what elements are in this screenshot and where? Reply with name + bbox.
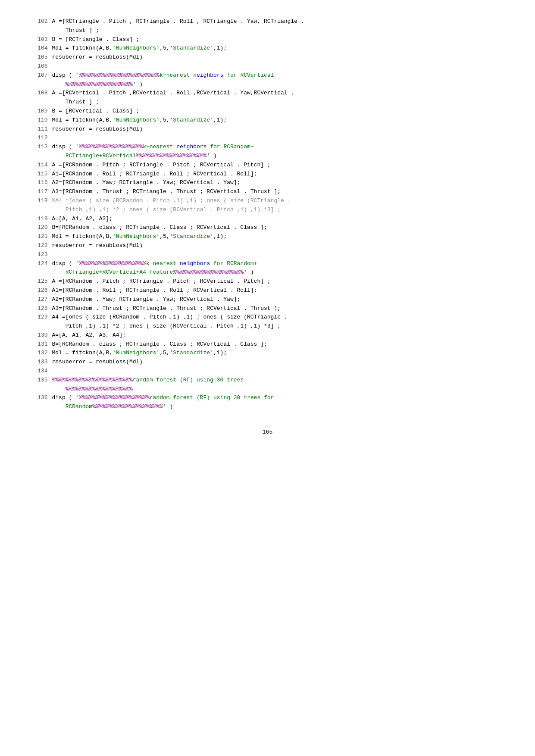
line-content-118: %A4 =[ones ( size (RCRandom . Pitch ,1) … [52,197,505,206]
line-content-116: A2=[RCRandom . Yaw; RCTriangle . Yaw; RC… [52,178,505,187]
code-container: 102 A =[RCTriangle . Pitch , RCTriangle … [31,17,505,412]
code-line-131: 131 B=[RCRandom . class ; RCTriangle . C… [31,340,505,349]
code-line-130: 130 A=[A, A1, A2, A3, A4]; [31,331,505,340]
line-content-107b: %%%%%%%%%%%%%%%%%%%%' ) [52,80,505,89]
code-line-129b: Pitch ,1) ,1) *2 ; ones ( size (RCVertic… [31,322,505,331]
code-line-102: 102 A =[RCTriangle . Pitch , RCTriangle … [31,17,505,26]
line-num-113b [31,152,48,161]
line-num-124: 124 [31,259,48,269]
line-content-108: A =[RCVertical . Pitch ,RCVertical . Rol… [52,89,505,98]
code-line-129: 129 A4 =[ones ( size (RCRandom . Pitch ,… [31,313,505,322]
line-content-102b: Thrust ] ; [52,26,505,35]
code-line-104: 104 Mdl = fitcknn(A,B,'NumNeighbors',5,'… [31,44,505,53]
code-line-111: 111 resuberror = resubLoss(Mdl) [31,125,505,134]
line-num-102: 102 [31,17,48,26]
line-content-106 [52,62,505,71]
line-num-127: 127 [31,295,48,304]
code-line-107: 107 disp ( '%%%%%%%%%%%%%%%%%%%%%%%%k−ne… [31,71,505,80]
line-content-134 [52,367,505,376]
line-content-124b: RCTriangle+RCVertical+A4 feature%%%%%%%%… [52,268,505,277]
line-content-103: B = [RCTriangle . Class] ; [52,35,505,44]
line-content-135b: %%%%%%%%%%%%%%%%%%%% [52,385,505,394]
line-content-112 [52,134,505,143]
code-line-108: 108 A =[RCVertical . Pitch ,RCVertical .… [31,89,505,98]
line-num-107: 107 [31,71,48,80]
line-content-111: resuberror = resubLoss(Mdl) [52,125,505,134]
code-line-133: 133 resuberror = resubLoss(Mdl) [31,358,505,367]
line-num-116: 116 [31,178,48,187]
line-content-113: disp ( '%%%%%%%%%%%%%%%%%%%k−nearest nei… [52,143,505,152]
line-num-113: 113 [31,143,48,152]
line-content-136: disp ( '%%%%%%%%%%%%%%%%%%%%%random fore… [52,394,505,403]
line-content-104: Mdl = fitcknn(A,B,'NumNeighbors',5,'Stan… [52,44,505,53]
line-num-121: 121 [31,232,48,241]
line-num-110: 110 [31,116,48,125]
code-line-105: 105 resuberror = resubLoss(Mdl) [31,53,505,62]
line-content-108b: Thrust ] ; [52,98,505,107]
code-line-118: 118 %A4 =[ones ( size (RCRandom . Pitch … [31,197,505,206]
line-num-130: 130 [31,331,48,340]
line-content-113b: RCTriangle+RCVertical%%%%%%%%%%%%%%%%%%%… [52,152,505,161]
line-num-118b [31,206,48,215]
line-content-120: B=[RCRandom . class ; RCTriangle . Class… [52,223,505,232]
code-line-118b: Pitch ,1) ,1) *2 ; ones ( size (RCVertic… [31,206,505,215]
line-num-124b [31,268,48,277]
line-num-104: 104 [31,44,48,53]
code-line-124: 124 disp ( '%%%%%%%%%%%%%%%%%%%%k−neares… [31,259,505,269]
code-line-107b: %%%%%%%%%%%%%%%%%%%%' ) [31,80,505,89]
line-num-136: 136 [31,394,48,403]
code-line-120: 120 B=[RCRandom . class ; RCTriangle . C… [31,223,505,232]
line-content-109: B = [RCVertical . Class] ; [52,107,505,116]
code-line-113: 113 disp ( '%%%%%%%%%%%%%%%%%%%k−nearest… [31,143,505,152]
code-line-135b: %%%%%%%%%%%%%%%%%%%% [31,385,505,394]
line-num-136b [31,403,48,412]
line-content-118b: Pitch ,1) ,1) *2 ; ones ( size (RCVertic… [52,206,505,215]
code-line-126: 126 A1=[RCRandom . Roll ; RCTriangle . R… [31,286,505,295]
code-line-116: 116 A2=[RCRandom . Yaw; RCTriangle . Yaw… [31,178,505,187]
line-num-126: 126 [31,286,48,295]
line-num-129b [31,322,48,331]
line-num-119: 119 [31,215,48,224]
code-line-128: 128 A3=[RCRandom . Thrust ; RCTriangle .… [31,304,505,313]
line-content-114: A =[RCRandom . Pitch ; RCTriangle . Pitc… [52,161,505,170]
line-num-122: 122 [31,241,48,250]
line-content-123 [52,250,505,259]
code-line-121: 121 Mdl = fitcknn(A,B,'NumNeighbors',5,'… [31,232,505,241]
line-content-130: A=[A, A1, A2, A3, A4]; [52,331,505,340]
code-line-127: 127 A2=[RCRandom . Yaw; RCTriangle . Yaw… [31,295,505,304]
line-num-105: 105 [31,53,48,62]
line-content-122: resuberror = resubLoss(Mdl) [52,241,505,250]
line-content-115: A1=[RCRandom . Roll ; RCTriangle . Roll … [52,170,505,179]
code-line-115: 115 A1=[RCRandom . Roll ; RCTriangle . R… [31,170,505,179]
line-num-118: 118 [31,197,48,206]
code-line-112: 112 [31,134,505,143]
line-content-133: resuberror = resubLoss(Mdl) [52,358,505,367]
code-line-132: 132 Mdl = fitcknn(A,B,'NumNeighbors',5,'… [31,349,505,358]
code-line-108b: Thrust ] ; [31,98,505,107]
line-num-112: 112 [31,134,48,143]
line-num-132: 132 [31,349,48,358]
line-num-131: 131 [31,340,48,349]
line-content-117: A3=[RCRandom . Thrust ; RCTriangle . Thr… [52,187,505,197]
code-line-106: 106 [31,62,505,71]
line-content-136b: RCRandom%%%%%%%%%%%%%%%%%%%%%' ) [52,403,505,412]
code-line-135: 135 %%%%%%%%%%%%%%%%%%%%%%%%random fores… [31,376,505,385]
line-content-105: resuberror = resubLoss(Mdl) [52,53,505,62]
code-line-102b: Thrust ] ; [31,26,505,35]
line-num-111: 111 [31,125,48,134]
line-num-135: 135 [31,376,48,385]
code-line-134: 134 [31,367,505,376]
line-content-121: Mdl = fitcknn(A,B,'NumNeighbors',5,'Stan… [52,232,505,241]
line-content-129b: Pitch ,1) ,1) *2 ; ones ( size (RCVertic… [52,322,505,331]
code-line-117: 117 A3=[RCRandom . Thrust ; RCTriangle .… [31,187,505,197]
line-content-102: A =[RCTriangle . Pitch , RCTriangle . Ro… [52,17,505,26]
line-content-119: A=[A, A1, A2, A3]; [52,215,505,224]
line-content-129: A4 =[ones ( size (RCRandom . Pitch ,1) ,… [52,313,505,322]
code-line-124b: RCTriangle+RCVertical+A4 feature%%%%%%%%… [31,268,505,277]
code-line-123: 123 [31,250,505,259]
code-line-103: 103 B = [RCTriangle . Class] ; [31,35,505,44]
line-num-102b [31,26,48,35]
code-line-114: 114 A =[RCRandom . Pitch ; RCTriangle . … [31,161,505,170]
code-line-136b: RCRandom%%%%%%%%%%%%%%%%%%%%%' ) [31,403,505,412]
line-num-117: 117 [31,187,48,197]
